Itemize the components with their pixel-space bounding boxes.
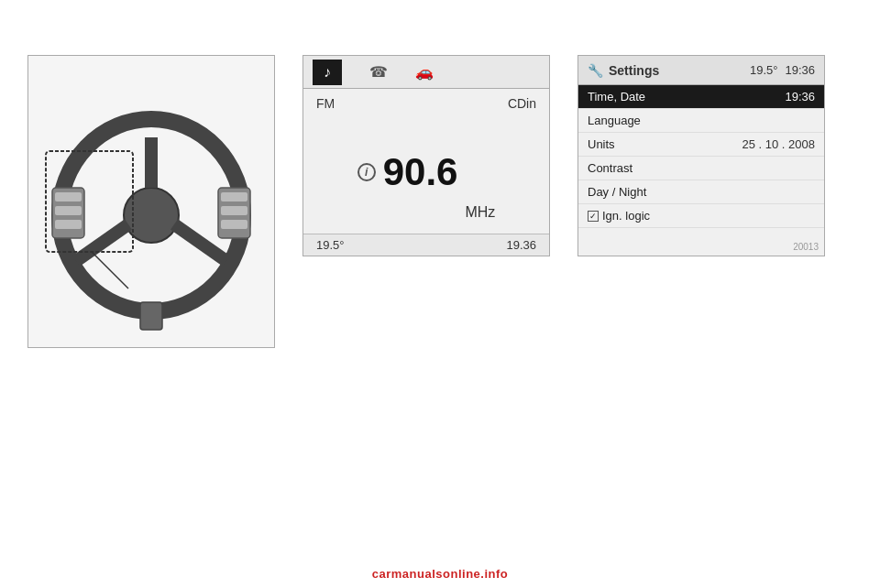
settings-watermark: 20013 xyxy=(793,242,819,252)
steering-wheel-illustration xyxy=(41,69,261,334)
settings-menu: Time, Date 19:36 Language Units 25 . 10 … xyxy=(578,85,824,256)
radio-tab-car[interactable]: 🚗 xyxy=(415,63,434,81)
radio-frequency: 90.6 xyxy=(383,153,458,191)
settings-item-units[interactable]: Units 25 . 10 . 2008 xyxy=(578,133,824,157)
settings-item-units-label: Units xyxy=(588,137,615,151)
svg-rect-6 xyxy=(55,192,82,201)
radio-unit: MHz xyxy=(465,204,495,221)
settings-item-language[interactable]: Language xyxy=(578,109,824,133)
radio-status-temp: 19.5° xyxy=(316,238,345,252)
radio-tab-music[interactable]: ♪ xyxy=(313,60,342,85)
radio-frequency-row: i 90.6 MHz xyxy=(316,118,536,226)
radio-source-fm: FM xyxy=(316,96,335,111)
steering-wheel-panel xyxy=(28,55,275,348)
radio-source-row: FM CDin xyxy=(316,96,536,111)
settings-item-time-date-label: Time, Date xyxy=(588,90,645,103)
settings-header-right: 19.5° 19:36 xyxy=(750,63,815,77)
svg-rect-8 xyxy=(55,220,82,229)
settings-header: 🔧 Settings 19.5° 19:36 xyxy=(578,56,824,85)
settings-item-ign-logic[interactable]: ✓ Ign. logic xyxy=(578,204,824,228)
radio-panel: ♪ ☎ 🚗 FM CDin i 90.6 MHz 19.5° xyxy=(302,55,550,256)
radio-status-bar: 19.5° 19.36 xyxy=(303,234,549,256)
radio-content: FM CDin i 90.6 MHz xyxy=(303,89,549,234)
settings-header-temp: 19.5° xyxy=(750,63,778,77)
settings-item-time-date[interactable]: Time, Date 19:36 xyxy=(578,85,824,109)
svg-rect-15 xyxy=(140,302,162,330)
radio-info-icon: i xyxy=(358,163,376,181)
settings-item-day-night[interactable]: Day / Night xyxy=(578,180,824,204)
music-icon: ♪ xyxy=(324,64,331,81)
car-icon: 🚗 xyxy=(415,64,434,80)
radio-source-cdin: CDin xyxy=(508,96,536,111)
settings-item-ign-logic-label: Ign. logic xyxy=(602,209,650,223)
settings-item-units-value: 25 . 10 . 2008 xyxy=(742,137,815,151)
radio-tabs: ♪ ☎ 🚗 xyxy=(303,56,549,89)
settings-title: Settings xyxy=(609,63,659,78)
settings-item-contrast[interactable]: Contrast xyxy=(578,157,824,180)
settings-wrench-icon: 🔧 xyxy=(588,63,603,78)
page-container: ♪ ☎ 🚗 FM CDin i 90.6 MHz 19.5° xyxy=(0,0,880,588)
footer-url: carmanualsonline.info xyxy=(372,567,508,581)
svg-rect-12 xyxy=(221,220,248,229)
settings-header-time: 19:36 xyxy=(785,63,815,77)
phone-icon: ☎ xyxy=(369,64,388,80)
svg-rect-11 xyxy=(221,206,248,215)
svg-rect-10 xyxy=(221,192,248,201)
radio-status-time: 19.36 xyxy=(506,238,536,252)
svg-rect-7 xyxy=(55,206,82,215)
settings-item-contrast-label: Contrast xyxy=(588,161,632,175)
settings-panel: 🔧 Settings 19.5° 19:36 Time, Date 19:36 … xyxy=(578,55,825,256)
settings-item-time-date-value: 19:36 xyxy=(785,90,815,103)
checkbox-icon: ✓ xyxy=(588,211,599,222)
radio-tab-phone[interactable]: ☎ xyxy=(369,63,388,81)
settings-header-left: 🔧 Settings xyxy=(588,63,659,78)
settings-item-language-label: Language xyxy=(588,114,641,127)
settings-item-ign-logic-checkbox: ✓ Ign. logic xyxy=(588,209,650,223)
settings-item-day-night-label: Day / Night xyxy=(588,185,646,199)
